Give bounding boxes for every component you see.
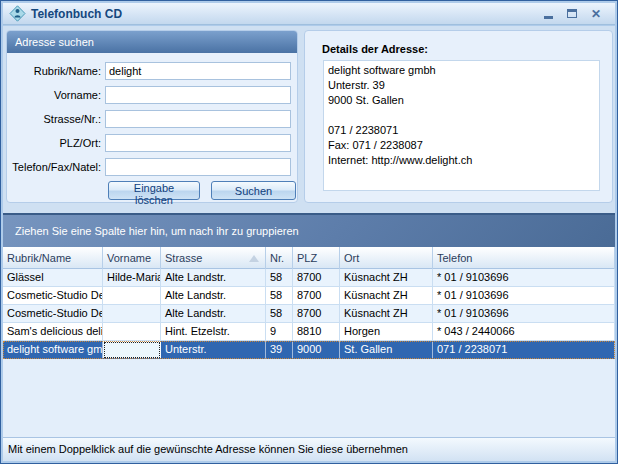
cell-nr: 39 <box>266 341 293 359</box>
vorname-input[interactable] <box>105 86 291 104</box>
plz-ort-label: PLZ/Ort: <box>9 137 105 149</box>
cell-strasse: Unterstr. <box>161 341 266 359</box>
column-header-rubrik-name[interactable]: Rubrik/Name <box>3 247 103 269</box>
address-details-box: delight software gmbhUnterstr. 399000 St… <box>323 60 600 191</box>
cell-rubrik-name: Sam's delicious delight <box>3 323 103 341</box>
group-by-bar[interactable]: Ziehen Sie eine Spalte hier hin, um nach… <box>3 213 615 247</box>
cell-rubrik-name: Glässel <box>3 269 103 287</box>
column-header-label: Ort <box>344 248 432 269</box>
cell-telefon: * 01 / 9103696 <box>433 269 615 287</box>
cell-strasse: Alte Landstr. <box>161 287 266 305</box>
sort-ascending-icon <box>249 255 259 262</box>
maximize-icon[interactable] <box>567 9 577 18</box>
field-row-vorname: Vorname: <box>9 86 291 104</box>
address-details-title: Details der Adresse: <box>322 43 428 55</box>
column-header-strasse[interactable]: Strasse <box>161 247 266 269</box>
address-line: 9000 St. Gallen <box>328 93 595 108</box>
close-icon[interactable]: ✕ <box>591 8 601 20</box>
cell-vorname <box>103 305 161 323</box>
strasse-nr-input[interactable] <box>105 110 291 128</box>
column-header-label: Strasse <box>165 248 249 269</box>
address-line: 071 / 2238071 <box>328 123 595 138</box>
cell-plz: 8700 <box>293 287 340 305</box>
status-bar: Mit einem Doppelklick auf die gewünschte… <box>3 437 615 461</box>
clear-input-button[interactable]: Eingabe löschen <box>108 181 200 200</box>
cell-strasse: Alte Landstr. <box>161 305 266 323</box>
column-header-label: Vorname <box>107 248 160 269</box>
column-header-plz[interactable]: PLZ <box>293 247 340 269</box>
cell-plz: 8700 <box>293 305 340 323</box>
field-row-rubrik-name: Rubrik/Name: <box>9 62 291 80</box>
column-header-telefon[interactable]: Telefon <box>433 247 615 269</box>
cell-rubrik-name: Cosmetic-Studio Delight <box>3 305 103 323</box>
cell-plz: 8810 <box>293 323 340 341</box>
cell-nr: 58 <box>266 269 293 287</box>
address-line: delight software gmbh <box>328 63 595 78</box>
grid-header: Rubrik/NameVornameStrasseNr.PLZOrtTelefo… <box>3 247 615 269</box>
cell-vorname: Hilde-Maria <box>103 269 161 287</box>
telefon-fax-natel-label: Telefon/Fax/Natel: <box>9 161 105 173</box>
address-line: Fax: 071 / 2238087 <box>328 138 595 153</box>
cell-vorname <box>103 323 161 341</box>
search-panel-header: Adresse suchen <box>7 31 297 53</box>
table-row[interactable]: Sam's delicious delightHint. Etzelstr.98… <box>3 323 615 341</box>
search-button[interactable]: Suchen <box>211 181 296 200</box>
cell-strasse: Hint. Etzelstr. <box>161 323 266 341</box>
column-header-vorname[interactable]: Vorname <box>103 247 161 269</box>
search-panel: Adresse suchen Rubrik/Name: Vorname: Str… <box>6 30 298 203</box>
address-line: Internet: http://www.delight.ch <box>328 153 595 168</box>
cell-rubrik-name: Cosmetic-Studio Delight <box>3 287 103 305</box>
cell-telefon: 071 / 2238071 <box>433 341 615 359</box>
app-window: Telefonbuch CD ✕ Adresse suchen Rubrik/N… <box>0 0 618 464</box>
cell-nr: 58 <box>266 287 293 305</box>
address-line: Unterstr. 39 <box>328 78 595 93</box>
table-row[interactable]: Cosmetic-Studio DelightAlte Landstr.5887… <box>3 287 615 305</box>
table-row[interactable]: Cosmetic-Studio DelightAlte Landstr.5887… <box>3 305 615 323</box>
minimize-icon[interactable] <box>544 16 553 19</box>
phonebook-app-icon <box>9 5 26 22</box>
cell-ort: Küsnacht ZH <box>340 305 433 323</box>
vorname-label: Vorname: <box>9 89 105 101</box>
cell-vorname <box>103 341 161 359</box>
cell-strasse: Alte Landstr. <box>161 269 266 287</box>
cell-telefon: * 01 / 9103696 <box>433 305 615 323</box>
cell-telefon: * 01 / 9103696 <box>433 287 615 305</box>
window-content: Adresse suchen Rubrik/Name: Vorname: Str… <box>3 26 615 461</box>
rubrik-name-label: Rubrik/Name: <box>9 65 105 77</box>
cell-ort: Horgen <box>340 323 433 341</box>
column-header-nr[interactable]: Nr. <box>266 247 293 269</box>
window-title: Telefonbuch CD <box>31 7 544 21</box>
strasse-nr-label: Strasse/Nr.: <box>9 113 105 125</box>
cell-ort: St. Gallen <box>340 341 433 359</box>
address-details-panel: Details der Adresse: delight software gm… <box>304 30 613 203</box>
column-header-label: PLZ <box>297 248 339 269</box>
search-panel-buttons: Eingabe löschen Suchen <box>108 181 296 200</box>
column-header-label: Nr. <box>270 248 292 269</box>
cell-vorname <box>103 287 161 305</box>
column-header-ort[interactable]: Ort <box>340 247 433 269</box>
title-bar: Telefonbuch CD ✕ <box>3 3 615 25</box>
cell-plz: 8700 <box>293 269 340 287</box>
grid-rows: GlässelHilde-MariaAlte Landstr.588700Küs… <box>3 269 615 437</box>
group-by-hint: Ziehen Sie eine Spalte hier hin, um nach… <box>15 225 299 237</box>
column-header-label: Telefon <box>437 248 614 269</box>
plz-ort-input[interactable] <box>105 134 291 152</box>
cell-ort: Küsnacht ZH <box>340 269 433 287</box>
table-row-selected[interactable]: delight software gmbhUnterstr.399000St. … <box>3 341 615 359</box>
rubrik-name-input[interactable] <box>105 62 291 80</box>
field-row-telefon-fax-natel: Telefon/Fax/Natel: <box>9 158 291 176</box>
upper-panels: Adresse suchen Rubrik/Name: Vorname: Str… <box>3 26 615 213</box>
telefon-fax-natel-input[interactable] <box>105 158 291 176</box>
cell-telefon: * 043 / 2440066 <box>433 323 615 341</box>
cell-nr: 9 <box>266 323 293 341</box>
column-header-label: Rubrik/Name <box>7 248 102 269</box>
table-row[interactable]: GlässelHilde-MariaAlte Landstr.588700Küs… <box>3 269 615 287</box>
field-row-plz-ort: PLZ/Ort: <box>9 134 291 152</box>
status-text: Mit einem Doppelklick auf die gewünschte… <box>8 443 408 455</box>
cell-ort: Küsnacht ZH <box>340 287 433 305</box>
cell-plz: 9000 <box>293 341 340 359</box>
field-row-strasse-nr: Strasse/Nr.: <box>9 110 291 128</box>
cell-nr: 58 <box>266 305 293 323</box>
address-line <box>328 108 595 123</box>
cell-rubrik-name: delight software gmbh <box>3 341 103 359</box>
